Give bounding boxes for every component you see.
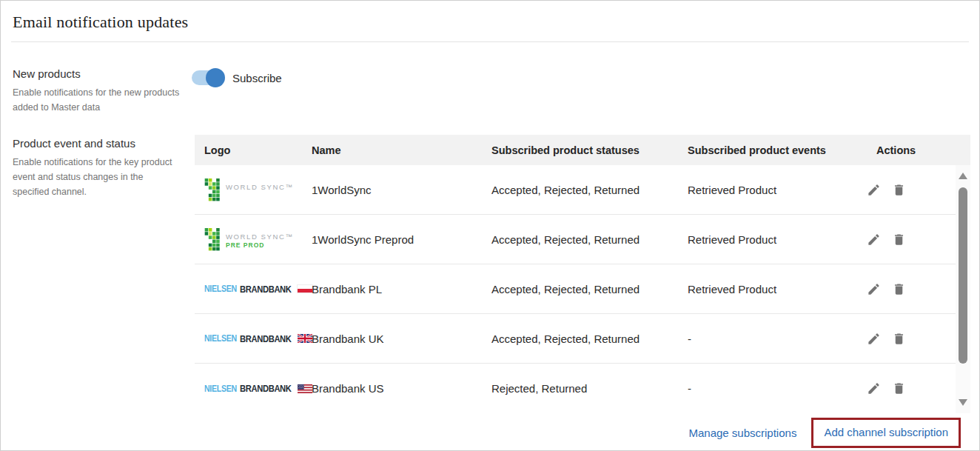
delete-button[interactable] <box>892 282 906 296</box>
subscribed-events: Retrieved Product <box>678 233 867 246</box>
actions-cell <box>867 183 956 197</box>
1worldsync-logo-text-wrap: WORLD SYNC™ PRE PROD <box>226 228 294 249</box>
table-header: Logo Name Subscribed product statuses Su… <box>195 135 970 165</box>
pencil-icon <box>867 332 881 346</box>
1worldsync-logo-text: WORLD SYNC™ <box>226 233 294 241</box>
actions-cell <box>867 332 956 346</box>
trash-icon <box>892 233 906 247</box>
channel-name: 1WorldSync Preprod <box>302 233 482 246</box>
brandbank-logo-text: BRANDBANK <box>240 284 292 295</box>
add-channel-subscription-link[interactable]: Add channel subscription <box>824 426 948 438</box>
section-new-products: New products Enable notifications for th… <box>13 67 181 115</box>
brandbank-logo-text: BRANDBANK <box>240 333 292 344</box>
toggle-knob <box>206 68 225 87</box>
subscribed-statuses: Rejected, Returned <box>482 382 678 395</box>
channel-subscriptions-table: Logo Name Subscribed product statuses Su… <box>195 135 970 413</box>
table-row: NIELSEN BRANDBANK Brandbank PL Accepted,… <box>195 264 956 314</box>
email-notification-settings-page: Email notification updates New products … <box>0 0 980 451</box>
pencil-icon <box>867 381 881 395</box>
1worldsync-mosaic-icon <box>204 228 221 251</box>
subscribed-events: - <box>678 382 867 395</box>
subscribed-statuses: Accepted, Rejected, Returned <box>482 233 678 246</box>
actions-cell <box>867 233 956 247</box>
1worldsync-logo-sub: PRE PROD <box>226 241 294 249</box>
trash-icon <box>892 332 906 346</box>
column-header-logo: Logo <box>195 144 302 156</box>
subscribed-statuses: Accepted, Rejected, Returned <box>482 283 678 295</box>
section-description: Enable notifications for the new product… <box>13 85 181 115</box>
nielsen-logo-text: NIELSEN <box>204 333 237 344</box>
add-channel-subscription-highlight-box: Add channel subscription <box>811 418 961 448</box>
channel-name: Brandbank UK <box>302 333 482 345</box>
subscribed-statuses: Accepted, Rejected, Returned <box>482 333 678 345</box>
logo-cell: NIELSEN BRANDBANK <box>195 284 302 295</box>
1worldsync-logo-text-wrap: WORLD SYNC™ <box>226 178 294 191</box>
pencil-icon <box>867 183 881 197</box>
manage-subscriptions-link[interactable]: Manage subscriptions <box>688 427 796 439</box>
nielsen-logo-text: NIELSEN <box>204 384 237 394</box>
column-header-statuses: Subscribed product statuses <box>482 144 678 156</box>
channel-name: Brandbank US <box>302 382 482 395</box>
table-footer-links: Manage subscriptions Add channel subscri… <box>688 418 961 448</box>
edit-button[interactable] <box>867 183 881 197</box>
delete-button[interactable] <box>892 183 906 197</box>
section-heading: Product event and status <box>13 137 181 150</box>
table-scrollbar[interactable] <box>956 165 970 413</box>
edit-button[interactable] <box>867 282 881 296</box>
delete-button[interactable] <box>892 332 906 346</box>
pencil-icon <box>867 233 881 247</box>
subscribed-events: Retrieved Product <box>678 184 867 196</box>
title-divider <box>11 41 969 42</box>
actions-cell <box>867 282 956 296</box>
nielsen-logo-text: NIELSEN <box>204 284 237 294</box>
nielsen-brandbank-logo: NIELSEN BRANDBANK <box>204 333 313 344</box>
1worldsync-logo: WORLD SYNC™ <box>204 178 294 201</box>
subscribe-toggle[interactable] <box>192 70 223 85</box>
trash-icon <box>892 381 906 395</box>
actions-cell <box>867 381 956 395</box>
edit-button[interactable] <box>867 233 881 247</box>
logo-cell: WORLD SYNC™ PRE PROD <box>195 228 302 251</box>
subscribe-toggle-row: Subscribe <box>192 67 282 88</box>
page-title: Email notification updates <box>13 13 188 32</box>
table-body: WORLD SYNC™ 1WorldSync Accepted, Rejecte… <box>195 165 956 413</box>
delete-button[interactable] <box>892 233 906 247</box>
delete-button[interactable] <box>892 381 906 395</box>
scroll-down-arrow-icon[interactable] <box>959 399 967 406</box>
brandbank-logo-text: BRANDBANK <box>240 383 292 394</box>
subscribe-toggle-label: Subscribe <box>232 72 282 84</box>
channel-name: 1WorldSync <box>302 184 482 196</box>
channel-name: Brandbank PL <box>302 283 482 295</box>
1worldsync-logo-text: WORLD SYNC™ <box>226 183 294 191</box>
edit-button[interactable] <box>867 332 881 346</box>
edit-button[interactable] <box>867 381 881 395</box>
table-row: WORLD SYNC™ PRE PROD 1WorldSync Preprod … <box>195 215 956 264</box>
settings-sidebar: New products Enable notifications for th… <box>13 67 181 199</box>
column-header-actions: Actions <box>867 144 970 156</box>
trash-icon <box>892 282 906 296</box>
scrollbar-thumb[interactable] <box>959 187 967 364</box>
subscribed-statuses: Accepted, Rejected, Returned <box>482 184 678 196</box>
table-row: NIELSEN BRANDBANK Brandbank UK Accepted,… <box>195 314 956 364</box>
column-header-name: Name <box>302 144 482 156</box>
logo-cell: NIELSEN BRANDBANK <box>195 383 302 394</box>
1worldsync-mosaic-icon <box>204 178 221 201</box>
logo-cell: NIELSEN BRANDBANK <box>195 333 302 344</box>
subscribed-events: Retrieved Product <box>678 283 867 295</box>
pencil-icon <box>867 282 881 296</box>
logo-cell: WORLD SYNC™ <box>195 178 302 201</box>
nielsen-brandbank-logo: NIELSEN BRANDBANK <box>204 284 313 295</box>
nielsen-brandbank-logo: NIELSEN BRANDBANK <box>204 383 313 394</box>
section-heading: New products <box>13 67 181 80</box>
1worldsync-preprod-logo: WORLD SYNC™ PRE PROD <box>204 228 294 251</box>
section-product-event-status: Product event and status Enable notifica… <box>13 137 181 199</box>
subscribed-events: - <box>678 333 867 345</box>
table-body-wrap: WORLD SYNC™ 1WorldSync Accepted, Rejecte… <box>195 165 970 413</box>
column-header-events: Subscribed product events <box>678 144 867 156</box>
table-row: WORLD SYNC™ 1WorldSync Accepted, Rejecte… <box>195 165 956 215</box>
trash-icon <box>892 183 906 197</box>
scroll-up-arrow-icon[interactable] <box>959 173 967 179</box>
table-row: NIELSEN BRANDBANK Brandbank US Rejected,… <box>195 364 956 413</box>
section-description: Enable notifications for the key product… <box>13 155 181 199</box>
